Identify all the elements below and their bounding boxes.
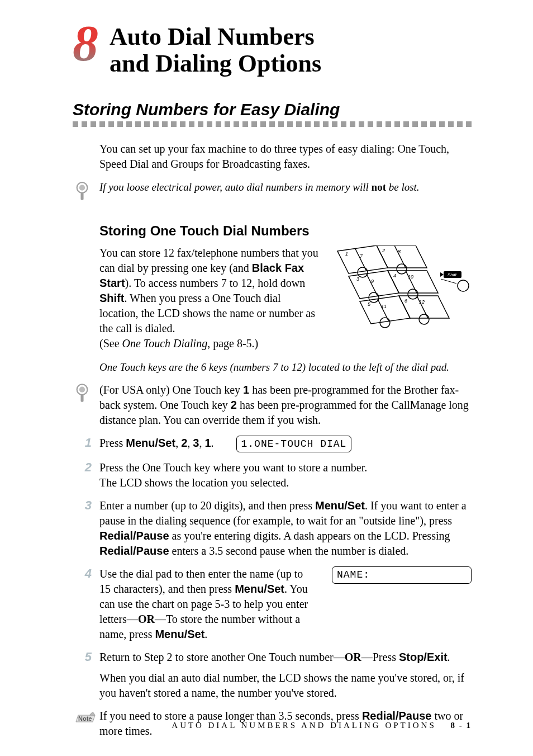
chapter-title-line1: Auto Dial Numbers: [110, 23, 315, 50]
svg-text:5: 5: [368, 301, 371, 307]
svg-text:6: 6: [404, 298, 407, 304]
lcd-display: 1.ONE-TOUCH DIAL: [236, 436, 352, 452]
subsection-title: Storing One Touch Dial Numbers: [99, 223, 472, 239]
section-title: Storing Numbers for Easy Dialing: [73, 100, 472, 119]
step-1: 1 Press Menu/Set, 2, 3, 1. 1.ONE-TOUCH D…: [73, 436, 472, 452]
step-number: 2: [73, 460, 99, 475]
svg-text:Shift: Shift: [448, 272, 457, 277]
svg-point-20: [419, 314, 429, 324]
svg-text:3: 3: [356, 276, 359, 282]
svg-marker-3: [337, 245, 388, 273]
step-5: 5 Return to Step 2 to store another One …: [73, 650, 472, 701]
page-number: 8 - 1: [451, 721, 472, 730]
svg-text:12: 12: [419, 299, 425, 305]
footer-text: AUTO DIAL NUMBERS AND DIALING OPTIONS: [172, 721, 436, 730]
svg-marker-9: [349, 271, 399, 299]
chapter-header: 8 Auto Dial Numbers and Dialing Options: [73, 23, 472, 77]
chapter-title: Auto Dial Numbers and Dialing Options: [110, 23, 321, 77]
svg-text:2: 2: [382, 248, 385, 253]
svg-line-22: [441, 279, 456, 284]
svg-marker-15: [360, 296, 410, 324]
lightbulb-icon: [73, 181, 95, 207]
svg-text:4: 4: [393, 273, 396, 278]
svg-text:11: 11: [381, 304, 387, 309]
chapter-title-line2: and Dialing Options: [110, 50, 321, 77]
svg-rect-2: [80, 192, 83, 200]
svg-rect-40: [80, 394, 83, 402]
svg-point-14: [408, 289, 418, 299]
power-tip: If you loose electrical power, auto dial…: [73, 181, 472, 207]
svg-point-8: [397, 264, 407, 274]
step-number: 5: [73, 650, 99, 664]
usa-note: (For USA only) One Touch key 1 has been …: [73, 382, 472, 428]
step-3: 3 Enter a number (up to 20 digits), and …: [73, 498, 472, 559]
svg-text:9: 9: [371, 278, 374, 284]
svg-text:1: 1: [345, 251, 348, 257]
subsection-paragraph: You can store 12 fax/telephone numbers t…: [99, 245, 321, 351]
svg-text:10: 10: [408, 274, 413, 280]
power-tip-bold: not: [372, 181, 386, 193]
note-icon: Note: [73, 708, 96, 727]
svg-point-21: [458, 280, 469, 291]
svg-text:Note: Note: [78, 715, 92, 722]
lcd-display: NAME:: [332, 566, 472, 583]
power-tip-post: be lost.: [386, 181, 420, 193]
step-2: 2 Press the One Touch key where you want…: [73, 460, 472, 490]
step-number: 3: [73, 498, 99, 513]
step-number: 4: [73, 566, 99, 581]
svg-point-1: [79, 185, 85, 191]
chapter-number: 8: [73, 20, 98, 67]
svg-marker-36: [440, 272, 444, 277]
one-touch-keys-note: One Touch keys are the 6 keys (numbers 7…: [99, 361, 472, 374]
step-number: 1: [73, 436, 99, 450]
svg-point-39: [79, 387, 85, 393]
svg-text:7: 7: [360, 253, 363, 259]
divider: [73, 121, 472, 127]
keypad-illustration: 12 78 34 910 56 1112 Shift: [332, 245, 472, 351]
step-4: 4 Use the dial pad to then enter the nam…: [73, 566, 472, 642]
intro-paragraph: You can set up your fax machine to do th…: [99, 141, 472, 172]
power-tip-pre: If you loose electrical power, auto dial…: [99, 181, 372, 193]
lightbulb-icon: [73, 382, 95, 409]
page-footer: AUTO DIAL NUMBERS AND DIALING OPTIONS 8 …: [172, 721, 472, 730]
svg-text:8: 8: [398, 249, 401, 254]
